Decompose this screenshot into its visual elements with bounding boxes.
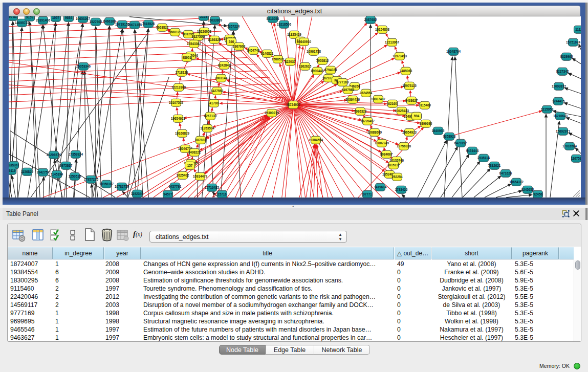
svg-text:10958107: 10958107 xyxy=(99,182,114,186)
svg-text:6479197: 6479197 xyxy=(454,141,467,145)
svg-text:252254: 252254 xyxy=(391,175,403,179)
svg-text:10653267: 10653267 xyxy=(76,17,91,20)
svg-text:14055724: 14055724 xyxy=(15,21,30,25)
svg-text:2935114: 2935114 xyxy=(477,156,490,160)
svg-text:9358923: 9358923 xyxy=(443,135,456,138)
svg-text:12093872: 12093872 xyxy=(552,84,567,88)
svg-text:3624554: 3624554 xyxy=(360,91,373,95)
svg-text:19654923: 19654923 xyxy=(402,130,417,134)
svg-text:15720407: 15720407 xyxy=(360,119,375,123)
svg-text:7663822: 7663822 xyxy=(156,26,169,29)
svg-text:116753: 116753 xyxy=(571,157,581,160)
svg-text:1419614: 1419614 xyxy=(374,185,387,189)
svg-text:2163: 2163 xyxy=(200,16,208,18)
svg-text:98901: 98901 xyxy=(182,56,191,59)
svg-text:2942757: 2942757 xyxy=(37,170,50,174)
svg-text:19756928: 19756928 xyxy=(397,144,411,148)
svg-text:7986322: 7986322 xyxy=(354,110,367,113)
svg-text:935061: 935061 xyxy=(9,163,19,167)
svg-text:7515526: 7515526 xyxy=(142,22,155,26)
svg-text:16961758: 16961758 xyxy=(307,50,321,53)
svg-text:17016504: 17016504 xyxy=(562,144,577,148)
svg-text:25300215: 25300215 xyxy=(265,111,279,115)
svg-text:9227342: 9227342 xyxy=(556,70,569,73)
svg-text:19166829: 19166829 xyxy=(175,132,190,135)
svg-text:1112: 1112 xyxy=(575,28,581,31)
svg-text:16914479: 16914479 xyxy=(193,174,208,178)
svg-text:11353594: 11353594 xyxy=(200,126,214,130)
svg-text:9146821: 9146821 xyxy=(261,52,274,55)
svg-text:1615112: 1615112 xyxy=(387,163,400,167)
svg-text:15716485: 15716485 xyxy=(205,186,220,189)
svg-text:16210643: 16210643 xyxy=(553,114,568,118)
svg-text:1250515: 1250515 xyxy=(69,174,81,178)
svg-text:12213967: 12213967 xyxy=(385,40,400,44)
svg-text:9115460: 9115460 xyxy=(419,103,431,107)
svg-text:1192346: 1192346 xyxy=(131,192,144,195)
svg-text:7625402: 7625402 xyxy=(177,173,189,177)
svg-text:2803144: 2803144 xyxy=(215,76,228,80)
svg-text:8813054: 8813054 xyxy=(267,17,279,20)
svg-text:16648764: 16648764 xyxy=(446,50,461,53)
svg-text:19654923: 19654923 xyxy=(171,117,186,120)
svg-text:17957225: 17957225 xyxy=(84,178,99,181)
svg-text:16107552: 16107552 xyxy=(169,101,184,104)
svg-text:6466160: 6466160 xyxy=(103,19,116,23)
svg-text:7955812: 7955812 xyxy=(316,59,329,62)
svg-text:39119: 39119 xyxy=(9,169,16,172)
svg-text:1156829: 1156829 xyxy=(21,170,34,173)
svg-text:9975867: 9975867 xyxy=(60,164,73,167)
svg-text:2087682: 2087682 xyxy=(364,18,377,21)
svg-text:15751074: 15751074 xyxy=(566,40,581,44)
svg-text:17359924: 17359924 xyxy=(69,152,83,156)
svg-text:10654112: 10654112 xyxy=(509,180,524,184)
svg-text:9777169: 9777169 xyxy=(336,80,349,84)
svg-text:9159: 9159 xyxy=(26,16,34,19)
svg-text:10025433: 10025433 xyxy=(395,109,409,113)
svg-text:92456: 92456 xyxy=(533,192,542,196)
svg-text:7485063: 7485063 xyxy=(400,69,412,73)
svg-text:8990448: 8990448 xyxy=(311,69,324,73)
svg-text:7357224: 7357224 xyxy=(227,25,240,28)
svg-text:41700: 41700 xyxy=(209,101,219,105)
svg-text:16543362: 16543362 xyxy=(187,42,202,46)
svg-text:822037: 822037 xyxy=(285,60,296,63)
svg-text:1145194: 1145194 xyxy=(51,172,63,176)
svg-text:9899695: 9899695 xyxy=(420,122,432,125)
svg-text:16782759: 16782759 xyxy=(115,185,129,188)
svg-text:7832621: 7832621 xyxy=(488,164,501,167)
svg-text:546: 546 xyxy=(229,40,234,43)
svg-text:8267130: 8267130 xyxy=(204,114,217,118)
svg-text:16154808: 16154808 xyxy=(375,28,390,31)
svg-text:15692971: 15692971 xyxy=(556,129,571,133)
svg-text:20391406: 20391406 xyxy=(36,18,51,22)
svg-text:11325419: 11325419 xyxy=(287,33,301,36)
svg-text:97771: 97771 xyxy=(363,192,372,196)
svg-text:9684: 9684 xyxy=(65,16,73,19)
svg-text:1362615: 1362615 xyxy=(299,64,312,68)
svg-text:16671355: 16671355 xyxy=(127,23,142,27)
svg-text:8454749: 8454749 xyxy=(247,49,260,52)
svg-text:20206576: 20206576 xyxy=(47,153,61,157)
svg-text:1527602: 1527602 xyxy=(90,20,102,24)
svg-text:9463627: 9463627 xyxy=(405,99,418,102)
svg-text:1215958: 1215958 xyxy=(541,107,554,111)
svg-text:12975115: 12975115 xyxy=(402,84,417,87)
svg-text:9242848: 9242848 xyxy=(218,63,231,67)
svg-text:887833: 887833 xyxy=(195,138,206,142)
svg-text:94577: 94577 xyxy=(163,192,172,196)
svg-text:1057: 1057 xyxy=(52,16,60,19)
svg-text:9474444: 9474444 xyxy=(466,149,479,152)
svg-text:18640910: 18640910 xyxy=(297,40,312,43)
svg-text:8471626: 8471626 xyxy=(499,171,512,175)
svg-text:6794028: 6794028 xyxy=(324,68,337,72)
svg-text:18807249: 18807249 xyxy=(375,141,389,145)
svg-text:594: 594 xyxy=(414,114,420,118)
svg-text:10688609: 10688609 xyxy=(367,130,382,134)
svg-text:9329966: 9329966 xyxy=(560,55,573,58)
svg-text:2718126: 2718126 xyxy=(176,71,188,74)
svg-text:18724007: 18724007 xyxy=(286,103,301,106)
svg-text:1640935: 1640935 xyxy=(432,129,445,133)
svg-text:6497568: 6497568 xyxy=(342,88,355,92)
svg-text:2367608: 2367608 xyxy=(233,45,246,48)
